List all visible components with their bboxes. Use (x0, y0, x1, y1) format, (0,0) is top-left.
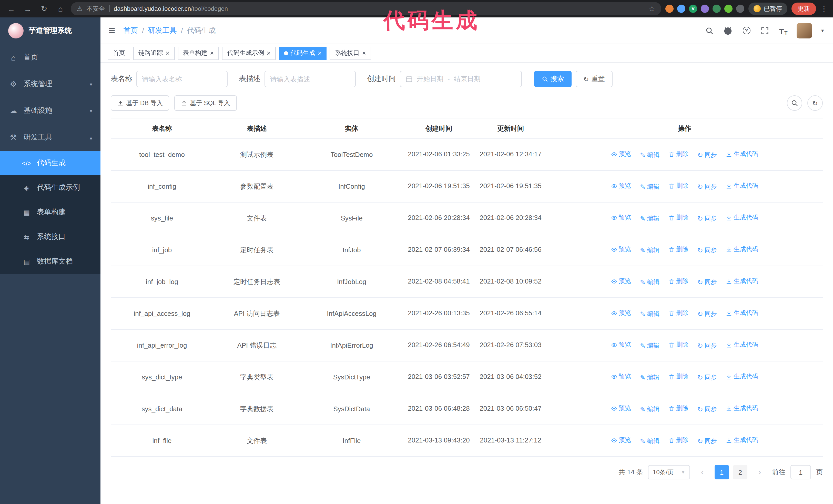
table-row[interactable]: sys_dict_data 字典数据表 SysDictData 2021-03-… (111, 393, 823, 425)
sync-link[interactable]: ↻同步 (697, 246, 717, 255)
extension-icon-green-v[interactable]: V (689, 5, 697, 13)
tag-item[interactable]: 链路追踪 × (133, 46, 174, 60)
generate-code-link[interactable]: 生成代码 (726, 150, 758, 159)
hamburger-icon[interactable]: ≡ (109, 25, 115, 36)
table-row[interactable]: sys_dict_type 字典类型表 SysDictType 2021-03-… (111, 361, 823, 393)
preview-link[interactable]: 预览 (611, 341, 631, 350)
sync-link[interactable]: ↻同步 (697, 405, 717, 414)
search-icon[interactable] (704, 25, 715, 35)
logo-row[interactable]: 芋道管理系统 (0, 18, 100, 44)
table-row[interactable]: inf_file 文件表 InfFile 2021-03-13 09:43:20… (111, 425, 823, 457)
help-icon[interactable]: ? (741, 25, 752, 35)
tag-item[interactable]: 代码生成示例 × (222, 46, 276, 60)
browser-back-icon[interactable]: ← (5, 3, 18, 15)
user-avatar[interactable] (796, 23, 812, 38)
browser-update-button[interactable]: 更新 (791, 3, 816, 15)
table-row[interactable]: inf_api_access_log API 访问日志表 InfApiAcces… (111, 297, 823, 330)
tag-item[interactable]: 代码生成 × (279, 46, 327, 60)
tag-item[interactable]: 表单构建 × (177, 46, 219, 60)
preview-link[interactable]: 预览 (611, 277, 631, 286)
table-row[interactable]: inf_job 定时任务表 InfJob 2021-02-07 06:39:34… (111, 234, 823, 266)
delete-link[interactable]: 删除 (668, 373, 688, 381)
table-name-input[interactable] (142, 75, 222, 83)
goto-page-input[interactable] (790, 465, 811, 479)
sync-link[interactable]: ↻同步 (697, 278, 717, 287)
font-size-icon[interactable]: TT (778, 25, 788, 35)
delete-link[interactable]: 删除 (668, 309, 688, 318)
github-icon[interactable] (723, 25, 733, 35)
sync-link[interactable]: ↻同步 (697, 437, 717, 446)
delete-link[interactable]: 删除 (668, 214, 688, 222)
generate-code-link[interactable]: 生成代码 (726, 341, 758, 350)
table-row[interactable]: inf_job_log 定时任务日志表 InfJobLog 2021-02-08… (111, 266, 823, 297)
preview-link[interactable]: 预览 (611, 245, 631, 254)
tag-item[interactable]: 系统接口 × (330, 46, 371, 60)
toggle-search-button[interactable] (787, 95, 802, 111)
sync-link[interactable]: ↻同步 (697, 373, 717, 382)
address-bar[interactable]: ⚠ 不安全 dashboard.yudao.iocoder.cn/tool/co… (71, 2, 661, 16)
edit-link[interactable]: ✎编辑 (640, 405, 660, 414)
table-row[interactable]: sys_file 文件表 SysFile 2021-02-06 20:28:34… (111, 202, 823, 234)
sidebar-item-dev-tools[interactable]: ⚒ 研发工具 ▴ (0, 124, 100, 151)
sync-link[interactable]: ↻同步 (697, 310, 717, 318)
preview-link[interactable]: 预览 (611, 436, 631, 445)
prev-page-button[interactable]: ‹ (695, 465, 710, 479)
sync-link[interactable]: ↻同步 (697, 151, 717, 160)
edit-link[interactable]: ✎编辑 (640, 214, 660, 223)
delete-link[interactable]: 删除 (668, 277, 688, 286)
table-desc-input[interactable] (270, 75, 350, 83)
extension-icon-chart[interactable] (713, 5, 721, 13)
delete-link[interactable]: 删除 (668, 245, 688, 254)
generate-code-link[interactable]: 生成代码 (726, 373, 758, 381)
edit-link[interactable]: ✎编辑 (640, 183, 660, 191)
table-row[interactable]: inf_config 参数配置表 InfConfig 2021-02-06 19… (111, 170, 823, 202)
page-button-2[interactable]: 2 (733, 465, 747, 479)
sync-link[interactable]: ↻同步 (697, 183, 717, 191)
search-button[interactable]: 搜索 (534, 71, 572, 87)
generate-code-link[interactable]: 生成代码 (726, 182, 758, 190)
bookmark-star-icon[interactable]: ☆ (649, 5, 655, 13)
page-button-1[interactable]: 1 (715, 465, 729, 479)
fullscreen-icon[interactable] (760, 25, 770, 35)
preview-link[interactable]: 预览 (611, 150, 631, 159)
edit-link[interactable]: ✎编辑 (640, 310, 660, 318)
table-row[interactable]: tool_test_demo 测试示例表 ToolTestDemo 2021-0… (111, 139, 823, 170)
user-caret-down-icon[interactable]: ▼ (820, 28, 825, 33)
edit-link[interactable]: ✎编辑 (640, 246, 660, 255)
generate-code-link[interactable]: 生成代码 (726, 436, 758, 445)
refresh-table-button[interactable]: ↻ (807, 95, 823, 111)
edit-link[interactable]: ✎编辑 (640, 373, 660, 382)
import-sql-button[interactable]: 基于 SQL 导入 (174, 95, 237, 111)
edit-link[interactable]: ✎编辑 (640, 341, 660, 350)
browser-forward-icon[interactable]: → (22, 3, 34, 15)
preview-link[interactable]: 预览 (611, 404, 631, 413)
extension-icon-lightblue[interactable] (677, 5, 685, 13)
sidebar-item-home[interactable]: ⌂ 首页 (0, 44, 100, 71)
tag-close-icon[interactable]: × (166, 50, 169, 56)
edit-link[interactable]: ✎编辑 (640, 437, 660, 446)
table-row[interactable]: inf_api_error_log API 错误日志 InfApiErrorLo… (111, 330, 823, 361)
page-size-select[interactable]: 10条/页 ▼ (648, 465, 690, 479)
generate-code-link[interactable]: 生成代码 (726, 245, 758, 254)
sidebar-sub-item[interactable]: ▦ 表单构建 (0, 200, 100, 224)
generate-code-link[interactable]: 生成代码 (726, 309, 758, 318)
browser-menu-icon[interactable]: ⋮ (820, 4, 828, 13)
delete-link[interactable]: 删除 (668, 404, 688, 413)
edit-link[interactable]: ✎编辑 (640, 278, 660, 287)
breadcrumb-dev-tools[interactable]: 研发工具 (148, 26, 176, 35)
sidebar-sub-item[interactable]: ▤ 数据库文档 (0, 249, 100, 274)
extension-icon-people[interactable] (701, 5, 709, 13)
tag-close-icon[interactable]: × (210, 50, 214, 56)
import-db-button[interactable]: 基于 DB 导入 (111, 95, 169, 111)
delete-link[interactable]: 删除 (668, 341, 688, 350)
delete-link[interactable]: 删除 (668, 150, 688, 159)
extension-icon-puzzle[interactable] (736, 5, 744, 13)
sidebar-sub-item[interactable]: </> 代码生成 (0, 151, 100, 175)
profile-paused-chip[interactable]: 已暂停 (748, 3, 787, 15)
tag-close-icon[interactable]: × (266, 50, 270, 56)
preview-link[interactable]: 预览 (611, 182, 631, 190)
browser-home-icon[interactable]: ⌂ (54, 3, 67, 15)
sidebar-item-infrastructure[interactable]: ☁ 基础设施 ▾ (0, 97, 100, 124)
reset-button[interactable]: ↻ 重置 (576, 71, 613, 87)
browser-reload-icon[interactable]: ↻ (38, 3, 50, 15)
